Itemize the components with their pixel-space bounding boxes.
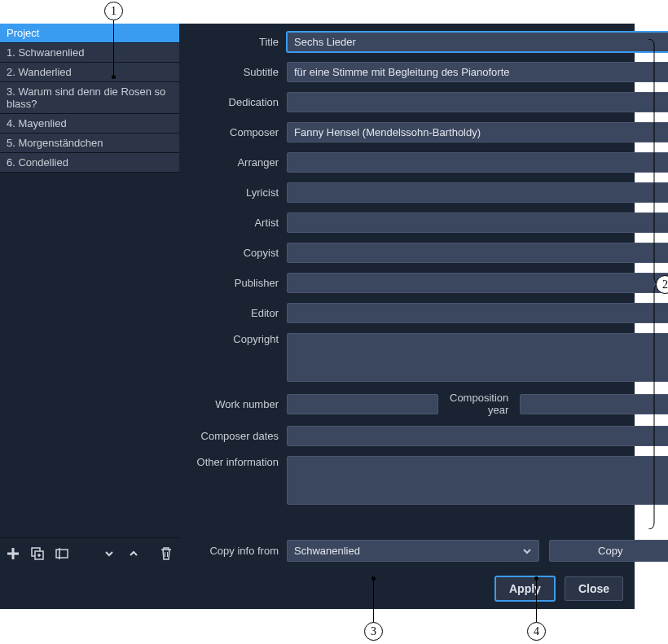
svg-rect-2 xyxy=(56,550,68,558)
editor-input[interactable] xyxy=(287,303,668,323)
artist-label: Artist xyxy=(189,217,287,229)
sidebar-item-flow-5[interactable]: 5. Morgenständchen xyxy=(0,134,179,153)
sidebar-item-project[interactable]: Project xyxy=(0,24,179,43)
callout-4: 4 xyxy=(527,622,546,641)
lyricist-input[interactable] xyxy=(287,182,668,203)
copyright-label: Copyright xyxy=(189,333,287,345)
sidebar-item-flow-6[interactable]: 6. Condellied xyxy=(0,153,179,173)
sidebar-item-flow-1[interactable]: 1. Schwanenlied xyxy=(0,43,179,63)
dedication-label: Dedication xyxy=(189,96,287,108)
copyist-input[interactable] xyxy=(287,243,668,263)
compdates-input[interactable] xyxy=(287,426,668,446)
callout-1: 1 xyxy=(104,2,123,20)
copyright-input[interactable] xyxy=(287,333,668,382)
copy-button[interactable]: Copy xyxy=(549,540,668,562)
arranger-label: Arranger xyxy=(189,156,287,169)
main-area: Project 1. Schwanenlied 2. Wanderlied 3.… xyxy=(0,24,635,568)
sidebar-item-flow-3[interactable]: 3. Warum sind denn die Rosen so blass? xyxy=(0,82,179,114)
trash-icon[interactable] xyxy=(158,545,174,562)
copy-from-select[interactable]: Schwanenlied xyxy=(287,540,539,562)
copy-from-selected: Schwanenlied xyxy=(294,545,360,557)
compyear-label: Composition year xyxy=(445,392,513,416)
copyist-label: Copyist xyxy=(189,247,287,259)
callout-dot-3 xyxy=(371,576,376,580)
dedication-input[interactable] xyxy=(287,92,668,112)
bottom-bar: Apply Close xyxy=(0,568,635,609)
title-label: Title xyxy=(189,36,287,48)
move-up-icon[interactable] xyxy=(125,545,142,562)
callout-3: 3 xyxy=(364,622,383,641)
editor-label: Editor xyxy=(189,307,287,319)
callout-dot-4 xyxy=(534,576,538,580)
sidebar-toolbar xyxy=(0,537,179,568)
lyricist-label: Lyricist xyxy=(189,186,287,199)
callout-line-4 xyxy=(536,580,537,622)
add-icon[interactable] xyxy=(5,545,21,562)
apply-button[interactable]: Apply xyxy=(495,576,555,601)
subtitle-label: Subtitle xyxy=(189,66,287,78)
rename-icon[interactable] xyxy=(54,545,70,562)
callout-line-1 xyxy=(113,20,114,76)
worknumber-label: Work number xyxy=(189,398,287,410)
sidebar-item-flow-4[interactable]: 4. Mayenlied xyxy=(0,114,179,134)
otherinfo-label: Other information xyxy=(189,456,287,468)
publisher-input[interactable] xyxy=(287,273,668,293)
callout-dot-1 xyxy=(112,75,116,79)
copy-from-label: Copy info from xyxy=(189,545,287,557)
publisher-label: Publisher xyxy=(189,277,287,289)
compdates-label: Composer dates xyxy=(189,430,287,442)
duplicate-icon[interactable] xyxy=(29,545,46,562)
subtitle-input[interactable] xyxy=(287,62,668,82)
move-down-icon[interactable] xyxy=(101,545,117,562)
chevron-down-icon xyxy=(522,546,532,556)
callout-line-3 xyxy=(373,580,374,622)
composer-input[interactable] xyxy=(287,122,668,142)
artist-input[interactable] xyxy=(287,212,668,233)
worknumber-input[interactable] xyxy=(287,394,438,414)
composer-label: Composer xyxy=(189,126,287,138)
close-button[interactable]: Close xyxy=(565,576,623,601)
sidebar-list: Project 1. Schwanenlied 2. Wanderlied 3.… xyxy=(0,24,179,537)
sidebar-item-flow-2[interactable]: 2. Wanderlied xyxy=(0,63,179,82)
arranger-input[interactable] xyxy=(287,152,668,173)
copy-row: Copy info from Schwanenlied Copy xyxy=(179,537,668,568)
project-info-panel: Project 1. Schwanenlied 2. Wanderlied 3.… xyxy=(0,24,635,609)
otherinfo-input[interactable] xyxy=(287,456,668,505)
sidebar: Project 1. Schwanenlied 2. Wanderlied 3.… xyxy=(0,24,179,568)
form-area: Title Subtitle Dedication Composer Arran… xyxy=(179,24,668,537)
title-input[interactable] xyxy=(287,32,668,52)
compyear-input[interactable] xyxy=(520,394,668,414)
